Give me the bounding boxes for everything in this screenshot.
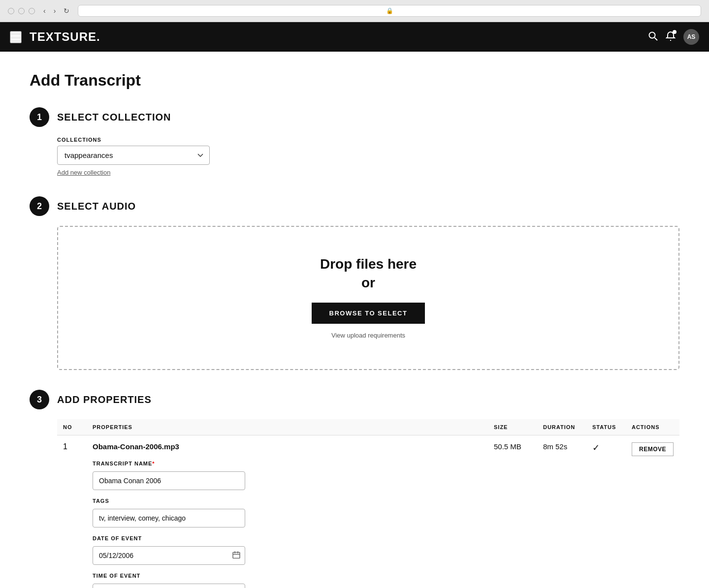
table-header: NO PROPERTIES SIZE DURATION STATUS ACTIO… <box>57 419 679 435</box>
required-asterisk: * <box>152 461 155 466</box>
step-1-body: COLLECTIONS tvappearances interviews spe… <box>57 137 679 177</box>
time-input-wrapper <box>93 584 245 588</box>
tags-input[interactable] <box>93 509 245 527</box>
status-checkmark: ✓ <box>592 443 600 453</box>
svg-rect-6 <box>233 553 240 558</box>
row-status: ✓ <box>586 435 626 588</box>
transcript-name-label: TRANSCRIPT NAME* <box>93 461 482 466</box>
table-row: 1 Obama-Conan-2006.mp3 TRANSCRIPT NAME* <box>57 435 679 588</box>
main-content: Add Transcript 1 SELECT COLLECTION COLLE… <box>0 52 709 588</box>
step-1-header: 1 SELECT COLLECTION <box>30 107 679 127</box>
collections-select[interactable]: tvappearances interviews speeches <box>57 146 210 165</box>
date-field: DATE OF EVENT <box>93 535 482 565</box>
drop-zone-title: Drop files here <box>78 256 659 272</box>
browser-dot-3 <box>29 8 35 14</box>
step-3-body: NO PROPERTIES SIZE DURATION STATUS ACTIO… <box>57 419 679 588</box>
step-3-section: 3 ADD PROPERTIES NO PROPERTIES SIZE DURA… <box>30 390 679 588</box>
file-name: Obama-Conan-2006.mp3 <box>93 442 482 451</box>
date-input[interactable] <box>93 546 245 565</box>
step-2-section: 2 SELECT AUDIO Drop files here or BROWSE… <box>30 196 679 370</box>
time-field: TIME OF EVENT <box>93 573 482 588</box>
remove-button[interactable]: REMOVE <box>632 442 674 456</box>
back-button[interactable]: ‹ <box>41 6 48 16</box>
form-fields: TRANSCRIPT NAME* TAGS DATE OF EVENT <box>93 461 482 588</box>
step-3-number: 3 <box>30 390 49 409</box>
col-status-header: STATUS <box>586 419 626 435</box>
search-button[interactable] <box>648 31 658 43</box>
lock-icon: 🔒 <box>386 7 393 14</box>
drop-zone[interactable]: Drop files here or BROWSE TO SELECT View… <box>57 226 679 370</box>
collections-label: COLLECTIONS <box>57 137 679 143</box>
app-header: TEXTSURE. AS <box>0 22 709 52</box>
step-2-header: 2 SELECT AUDIO <box>30 196 679 216</box>
header-icons: AS <box>648 29 699 45</box>
col-size-header: SIZE <box>488 419 537 435</box>
app-logo: TEXTSURE. <box>30 30 648 44</box>
row-no: 1 <box>57 435 87 588</box>
calendar-icon <box>232 551 240 560</box>
col-actions-header: ACTIONS <box>626 419 679 435</box>
step-1-number: 1 <box>30 107 49 127</box>
add-new-collection-link[interactable]: Add new collection <box>57 169 110 176</box>
step-2-body: Drop files here or BROWSE TO SELECT View… <box>57 226 679 370</box>
time-input[interactable] <box>93 584 245 588</box>
row-number: 1 <box>63 442 67 451</box>
date-input-wrapper <box>93 546 245 565</box>
col-no-header: NO <box>57 419 87 435</box>
col-duration-header: DURATION <box>537 419 586 435</box>
svg-rect-1 <box>11 35 21 36</box>
svg-point-3 <box>649 32 655 38</box>
avatar[interactable]: AS <box>683 29 699 45</box>
step-3-title: ADD PROPERTIES <box>57 394 152 405</box>
svg-rect-2 <box>11 39 21 40</box>
notification-dot <box>673 30 677 34</box>
col-properties-header: PROPERTIES <box>87 419 488 435</box>
tags-label: TAGS <box>93 498 482 504</box>
row-duration: 8m 52s <box>537 435 586 588</box>
date-label: DATE OF EVENT <box>93 535 482 541</box>
refresh-button[interactable]: ↻ <box>61 6 72 16</box>
row-actions: REMOVE <box>626 435 679 588</box>
step-3-header: 3 ADD PROPERTIES <box>30 390 679 409</box>
duration-value: 8m 52s <box>543 442 567 451</box>
menu-button[interactable] <box>10 31 22 43</box>
tags-field: TAGS <box>93 498 482 527</box>
transcript-name-input[interactable] <box>93 471 245 490</box>
address-bar[interactable]: 🔒 <box>78 5 701 17</box>
transcript-name-field: TRANSCRIPT NAME* <box>93 461 482 490</box>
drop-zone-or: or <box>78 275 659 291</box>
step-2-title: SELECT AUDIO <box>57 201 136 212</box>
svg-line-4 <box>655 37 658 40</box>
browser-dot-1 <box>8 8 14 14</box>
svg-rect-0 <box>11 32 21 33</box>
table-body: 1 Obama-Conan-2006.mp3 TRANSCRIPT NAME* <box>57 435 679 588</box>
time-label: TIME OF EVENT <box>93 573 482 579</box>
browser-dots <box>8 8 35 14</box>
upload-requirements-link[interactable]: View upload requirements <box>331 332 405 339</box>
step-2-number: 2 <box>30 196 49 216</box>
browse-button[interactable]: BROWSE TO SELECT <box>312 303 425 324</box>
browser-nav: ‹ › ↻ <box>41 6 72 16</box>
file-size-value: 50.5 MB <box>494 442 521 451</box>
forward-button[interactable]: › <box>51 6 59 16</box>
page-title: Add Transcript <box>30 71 679 90</box>
browser-chrome: ‹ › ↻ 🔒 <box>0 0 709 22</box>
step-1-title: SELECT COLLECTION <box>57 112 171 123</box>
step-1-section: 1 SELECT COLLECTION COLLECTIONS tvappear… <box>30 107 679 177</box>
table-header-row: NO PROPERTIES SIZE DURATION STATUS ACTIO… <box>57 419 679 435</box>
browser-dot-2 <box>18 8 25 14</box>
row-properties: Obama-Conan-2006.mp3 TRANSCRIPT NAME* T <box>87 435 488 588</box>
notification-button[interactable] <box>666 31 676 43</box>
properties-table: NO PROPERTIES SIZE DURATION STATUS ACTIO… <box>57 419 679 588</box>
row-size: 50.5 MB <box>488 435 537 588</box>
